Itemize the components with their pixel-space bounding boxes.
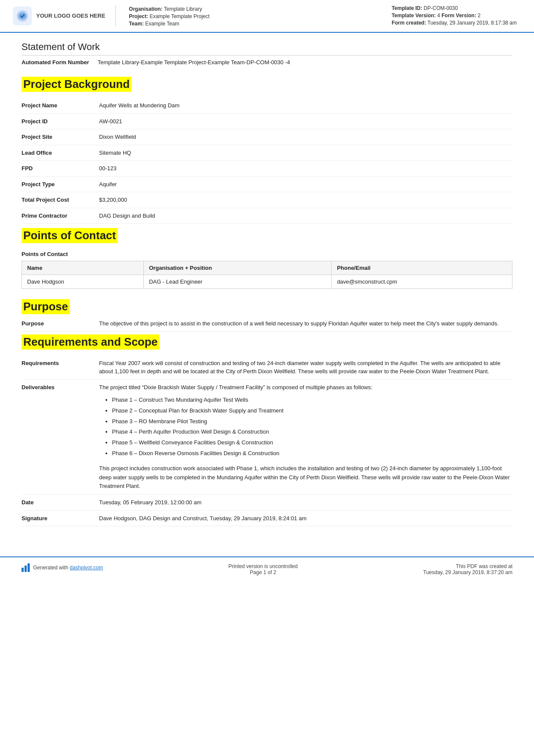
deliverables-extra: This project includes construction work … <box>99 464 512 491</box>
header: YOUR LOGO GOES HERE Organisation: Templa… <box>0 0 534 33</box>
pb-field-label: Project ID <box>22 117 99 126</box>
statement-title: Statement of Work <box>22 41 512 56</box>
project-row: Project: Example Template Project <box>129 13 209 19</box>
pb-field-row: Lead OfficeSitemate HQ <box>22 145 512 161</box>
footer-right: This PDF was created at Tuesday, 29 Janu… <box>423 563 512 575</box>
deliverables-intro: The project titled “Dixie Brackish Water… <box>99 384 373 390</box>
organisation-row: Organisation: Template Library <box>129 6 209 12</box>
footer-bar-2 <box>25 565 27 572</box>
poc-contact: dave@smconstruct.cpm <box>332 275 512 289</box>
template-version-row: Template Version: 4 Form Version: 2 <box>391 12 517 19</box>
pb-field-label: Project Site <box>22 133 99 141</box>
uncontrolled-text: Printed version is uncontrolled <box>228 563 298 569</box>
pb-field-row: FPD00-123 <box>22 161 512 177</box>
footer-bar-1 <box>22 568 24 572</box>
deliverables-value: The project titled “Dixie Brackish Water… <box>99 383 512 491</box>
project-background-heading: Project Background <box>22 77 131 92</box>
form-number-label: Automated Form Number <box>22 59 89 66</box>
poc-name: Dave Hodgson <box>22 275 144 289</box>
poc-table-row: Dave HodgsonDAG - Lead Engineerdave@smco… <box>22 275 512 289</box>
purpose-heading: Purpose <box>22 299 70 314</box>
footer: Generated with dashpivot.com Printed ver… <box>0 556 534 581</box>
pb-field-value: Sitemate HQ <box>99 149 512 157</box>
header-meta-col-left: Organisation: Template Library Project: … <box>129 6 209 27</box>
dashpivot-link[interactable]: dashpivot.com <box>70 565 103 571</box>
phase-item: Phase 3 – RO Membrane Pilot Testing <box>112 417 512 426</box>
poc-table-header: Organisation + Position <box>143 261 332 275</box>
signature-value: Dave Hodgson, DAG Design and Construct, … <box>99 514 512 523</box>
poc-table-header: Phone/Email <box>332 261 512 275</box>
pb-field-value: Aquifer Wells at Mundering Dam <box>99 101 512 110</box>
purpose-value: The objective of this project is to assi… <box>99 319 512 328</box>
date-value: Tuesday, 05 February 2019, 12:00:00 am <box>99 498 512 507</box>
pdf-created-date: Tuesday, 29 January 2019, 8:37:20 am <box>423 569 512 575</box>
poc-table: NameOrganisation + PositionPhone/Email D… <box>22 261 512 289</box>
form-created-row: Form created: Tuesday, 29 January 2019, … <box>391 20 517 26</box>
pb-field-label: Project Name <box>22 101 99 110</box>
pb-field-label: Total Project Cost <box>22 196 99 204</box>
footer-left: Generated with dashpivot.com <box>22 563 103 572</box>
form-number-value: Template Library-Example Template Projec… <box>98 59 290 66</box>
pb-field-label: FPD <box>22 164 99 173</box>
logo-area: YOUR LOGO GOES HERE <box>13 5 116 27</box>
page: YOUR LOGO GOES HERE Organisation: Templa… <box>0 0 534 756</box>
purpose-row: Purpose The objective of this project is… <box>22 316 512 332</box>
deliverables-label: Deliverables <box>22 383 99 392</box>
header-right: Template ID: DP-COM-0030 Template Versio… <box>391 5 517 27</box>
pb-field-row: Project NameAquifer Wells at Mundering D… <box>22 98 512 114</box>
poc-table-body: Dave HodgsonDAG - Lead Engineerdave@smco… <box>22 275 512 289</box>
date-label: Date <box>22 498 99 507</box>
pb-field-value: $3,200,000 <box>99 196 512 204</box>
header-meta: Organisation: Template Library Project: … <box>129 5 383 27</box>
page-text: Page 1 of 2 <box>228 569 298 575</box>
poc-table-head: NameOrganisation + PositionPhone/Email <box>22 261 512 275</box>
poc-org: DAG - Lead Engineer <box>143 275 332 289</box>
poc-section-label: Points of Contact <box>22 251 512 257</box>
pb-field-row: Total Project Cost$3,200,000 <box>22 192 512 208</box>
poc-table-header: Name <box>22 261 144 275</box>
phase-item: Phase 1 – Construct Two Mundaring Aquife… <box>112 396 512 405</box>
requirements-row: Requirements Fiscal Year 2007 work will … <box>22 356 512 380</box>
pb-field-label: Project Type <box>22 180 99 189</box>
pb-field-value: 00-123 <box>99 164 512 173</box>
pb-field-row: Project TypeAquifer <box>22 177 512 193</box>
pb-field-label: Prime Contractor <box>22 212 99 220</box>
pb-field-row: Project IDAW-0021 <box>22 114 512 130</box>
footer-bar-3 <box>28 563 30 572</box>
purpose-label: Purpose <box>22 319 99 328</box>
requirements-value: Fiscal Year 2007 work will consist of co… <box>99 359 512 376</box>
pb-field-value: Dixon Wellfield <box>99 133 512 141</box>
date-row: Date Tuesday, 05 February 2019, 12:00:00… <box>22 495 512 511</box>
requirements-label: Requirements <box>22 359 99 376</box>
footer-center: Printed version is uncontrolled Page 1 o… <box>228 563 298 575</box>
poc-header-row: NameOrganisation + PositionPhone/Email <box>22 261 512 275</box>
pb-field-row: Prime ContractorDAG Design and Build <box>22 208 512 224</box>
deliverables-phases-list: Phase 1 – Construct Two Mundaring Aquife… <box>99 396 512 458</box>
template-id-row: Template ID: DP-COM-0030 <box>391 5 517 11</box>
phase-item: Phase 4 – Perth Aquifer Production Well … <box>112 428 512 437</box>
pb-field-value: DAG Design and Build <box>99 212 512 220</box>
pb-field-row: Project SiteDixon Wellfield <box>22 129 512 145</box>
signature-row: Signature Dave Hodgson, DAG Design and C… <box>22 511 512 527</box>
team-row: Team: Example Team <box>129 21 209 27</box>
pb-field-label: Lead Office <box>22 149 99 157</box>
pdf-created-text: This PDF was created at <box>423 563 512 569</box>
pb-field-value: AW-0021 <box>99 117 512 126</box>
generated-text: Generated with dashpivot.com <box>33 565 103 571</box>
phase-item: Phase 5 – Wellfield Conveyance Facilitie… <box>112 438 512 447</box>
signature-label: Signature <box>22 514 99 523</box>
pb-field-value: Aquifer <box>99 180 512 189</box>
logo-icon <box>13 6 32 25</box>
content: Statement of Work Automated Form Number … <box>0 33 534 539</box>
deliverables-row: Deliverables The project titled “Dixie B… <box>22 380 512 495</box>
footer-logo-icon <box>22 563 30 572</box>
form-number-row: Automated Form Number Template Library-E… <box>22 59 512 66</box>
requirements-scope-heading: Requirements and Scope <box>22 334 159 350</box>
points-of-contact-heading: Points of Contact <box>22 228 118 243</box>
project-background-fields: Project NameAquifer Wells at Mundering D… <box>22 98 512 224</box>
phase-item: Phase 2 – Conceptual Plan for Brackish W… <box>112 406 512 415</box>
phase-item: Phase 6 – Dixon Reverse Osmosis Faciliti… <box>112 449 512 458</box>
logo-text: YOUR LOGO GOES HERE <box>36 12 105 20</box>
